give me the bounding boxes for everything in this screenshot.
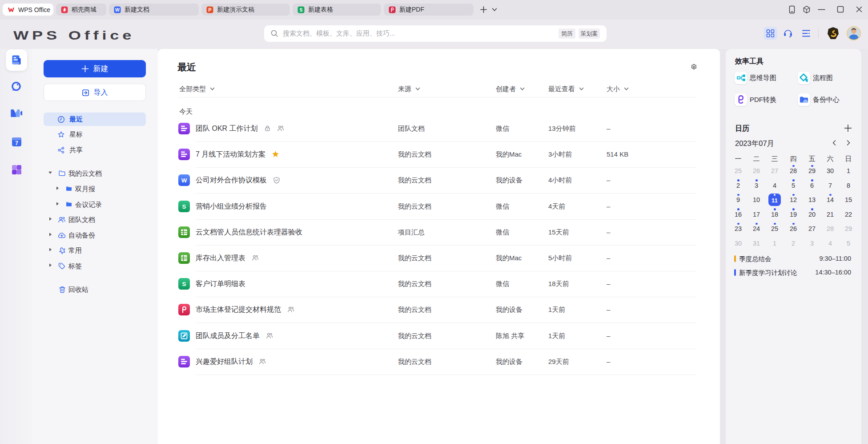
svg-text:S: S xyxy=(182,203,186,210)
svg-text:7: 7 xyxy=(15,140,18,146)
svg-text:W: W xyxy=(115,7,120,12)
svg-text:S: S xyxy=(299,7,302,12)
svg-text:S: S xyxy=(182,281,186,287)
svg-text:P: P xyxy=(208,7,211,12)
svg-text:W: W xyxy=(181,177,187,184)
